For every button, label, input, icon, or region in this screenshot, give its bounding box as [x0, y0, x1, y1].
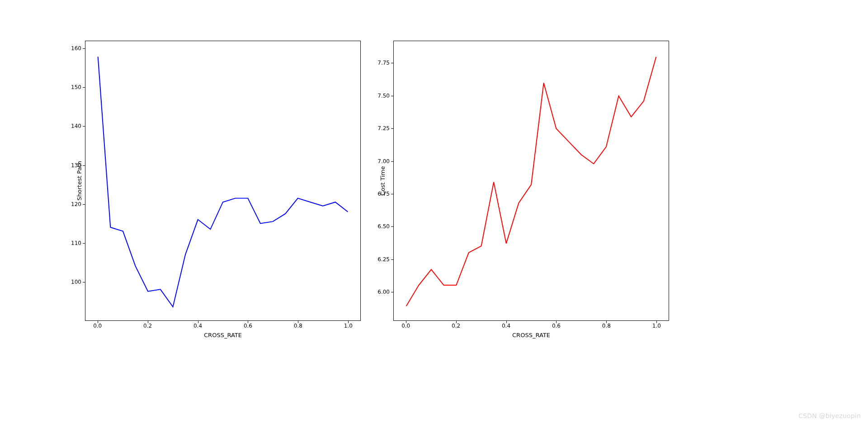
plot-area-left: [85, 41, 361, 321]
ytick-mark: [391, 63, 393, 63]
ytick-label: 6.00: [377, 289, 390, 295]
xtick-label: 0.0: [401, 323, 410, 329]
ytick-mark: [391, 226, 393, 227]
watermark: CSDN @biyezuopin: [798, 412, 861, 419]
line-plot-right: [394, 41, 669, 320]
ytick-label: 110: [71, 240, 81, 246]
plot-area-right: [393, 41, 669, 321]
ytick-mark: [83, 126, 85, 127]
ytick-mark: [391, 194, 393, 194]
subplot-shortest-path: Shortest Path CROSS_RATE 0.00.20.40.60.8…: [85, 41, 361, 321]
figure: Shortest Path CROSS_RATE 0.00.20.40.60.8…: [0, 0, 868, 423]
xtick-label: 0.2: [143, 323, 152, 329]
xtick-label: 0.8: [602, 323, 611, 329]
ytick-mark: [391, 128, 393, 129]
ytick-label: 6.25: [377, 256, 390, 263]
ytick-mark: [83, 243, 85, 244]
xtick-label: 0.4: [502, 323, 510, 329]
ytick-mark: [391, 96, 393, 96]
ytick-mark: [83, 87, 85, 88]
ytick-mark: [83, 282, 85, 282]
xtick-label: 0.4: [193, 323, 202, 329]
xtick-label: 0.6: [552, 323, 561, 329]
ytick-mark: [83, 48, 85, 49]
xtick-label: 1.0: [652, 323, 661, 329]
ytick-label: 150: [71, 84, 81, 90]
ytick-label: 6.50: [377, 223, 390, 230]
xtick-label: 0.2: [452, 323, 460, 329]
ytick-mark: [83, 165, 85, 166]
xtick-label: 1.0: [344, 323, 353, 329]
ytick-label: 6.75: [377, 191, 390, 197]
ytick-label: 130: [71, 162, 81, 169]
ytick-label: 140: [71, 123, 81, 129]
line-plot-left: [85, 41, 360, 320]
ytick-label: 7.25: [377, 125, 390, 132]
ytick-label: 120: [71, 201, 81, 207]
xtick-label: 0.6: [244, 323, 252, 329]
ytick-label: 160: [71, 45, 81, 52]
xtick-label: 0.8: [294, 323, 302, 329]
ytick-mark: [391, 259, 393, 260]
subplot-cost-time: Cost Time CROSS_RATE 0.00.20.40.60.81.0 …: [393, 41, 669, 321]
ytick-label: 100: [71, 279, 81, 285]
ytick-mark: [391, 292, 393, 292]
xlabel-left: CROSS_RATE: [85, 332, 361, 338]
xtick-label: 0.0: [93, 323, 102, 329]
ytick-mark: [391, 161, 393, 162]
ytick-mark: [83, 204, 85, 205]
xlabel-right: CROSS_RATE: [393, 332, 669, 338]
ytick-label: 7.00: [377, 158, 390, 164]
ytick-label: 7.50: [377, 93, 390, 99]
ytick-label: 7.75: [377, 60, 390, 66]
